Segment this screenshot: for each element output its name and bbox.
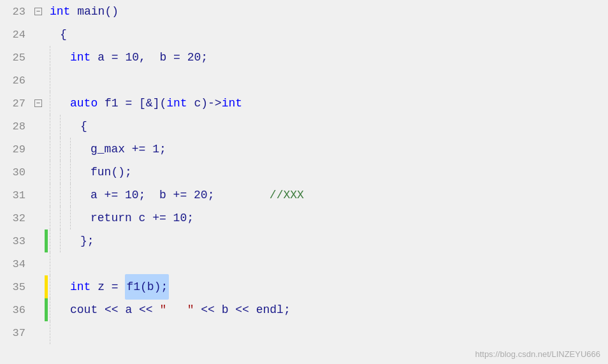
- indent-line: [50, 115, 60, 138]
- code-token: return c += 10;: [90, 207, 194, 229]
- code-line: 33};: [0, 229, 608, 252]
- line-number: 30: [0, 166, 32, 178]
- indent-line: [50, 161, 60, 184]
- code-token: (): [105, 0, 119, 23]
- line-number: 32: [0, 212, 32, 224]
- code-text: fun();: [50, 161, 608, 184]
- green-change-bar: [45, 298, 48, 321]
- code-token: int: [70, 46, 90, 69]
- change-indicator: [45, 229, 50, 252]
- change-indicator: [45, 275, 50, 298]
- indent-line: [60, 207, 70, 229]
- watermark: https://blog.csdn.net/LINZEYU666: [475, 349, 600, 359]
- code-token: g_max += 1;: [90, 138, 166, 161]
- code-line: 32return c += 10;: [0, 207, 608, 229]
- code-text: return c += 10;: [50, 207, 608, 229]
- code-token: {: [80, 115, 87, 138]
- indent-line: [60, 161, 70, 184]
- indent-line: [60, 138, 70, 161]
- code-text: [50, 69, 608, 92]
- code-token: ": [159, 298, 166, 321]
- indent-line: [50, 138, 60, 161]
- code-line: 25int a = 10, b = 20;: [0, 46, 608, 69]
- indent-line: [50, 298, 60, 321]
- code-line: 23−int main(): [0, 0, 608, 23]
- code-text: int z = f1(b);: [50, 274, 608, 300]
- code-token: ": [187, 298, 194, 321]
- indent-line: [50, 229, 60, 252]
- indent-line: [70, 207, 80, 229]
- code-text: a += 10; b += 20; //XXX: [50, 184, 608, 207]
- indent-line: [50, 207, 60, 229]
- fold-minus-icon[interactable]: −: [34, 8, 42, 15]
- yellow-change-bar: [45, 275, 48, 298]
- fold-gutter[interactable]: −: [32, 99, 45, 107]
- line-number: 23: [0, 6, 32, 18]
- code-token: auto: [70, 92, 98, 115]
- code-text: };: [50, 229, 608, 252]
- code-token: int: [166, 92, 187, 115]
- code-token: int: [222, 92, 242, 115]
- code-editor: 23−int main()24{25int a = 10, b = 20;262…: [0, 0, 608, 364]
- line-number: 26: [0, 75, 32, 87]
- line-number: 27: [0, 98, 32, 110]
- line-number: 24: [0, 29, 32, 41]
- code-token: z =: [90, 275, 125, 298]
- code-token: a += 10; b += 20;: [90, 184, 214, 207]
- code-token: f1 = [&](: [98, 92, 166, 115]
- line-number: 34: [0, 258, 32, 270]
- code-line: 36cout << a << " " << b << endl;: [0, 298, 608, 321]
- line-number: 36: [0, 304, 32, 316]
- line-number: 37: [0, 327, 32, 339]
- indent-line: [70, 161, 80, 184]
- code-token: c)->: [187, 92, 222, 115]
- code-token: };: [80, 229, 94, 252]
- line-number: 25: [0, 52, 32, 64]
- indent-line: [50, 321, 60, 344]
- code-line: 28{: [0, 115, 608, 138]
- line-number: 31: [0, 189, 32, 201]
- code-token: int: [50, 0, 70, 23]
- indent-line: [50, 252, 60, 275]
- code-text: {: [50, 23, 608, 46]
- indent-line: [50, 275, 60, 298]
- code-text: g_max += 1;: [50, 138, 608, 161]
- indent-line: [60, 229, 70, 252]
- code-token: fun();: [90, 161, 132, 184]
- indent-line: [50, 92, 60, 115]
- code-token: a = 10, b = 20;: [90, 46, 208, 69]
- code-token: [166, 298, 187, 321]
- code-text: cout << a << " " << b << endl;: [50, 298, 608, 321]
- code-text: {: [50, 115, 608, 138]
- line-number: 29: [0, 143, 32, 156]
- fold-gutter[interactable]: −: [32, 8, 45, 15]
- code-token: cout << a <<: [70, 298, 159, 321]
- code-token: int: [70, 275, 90, 298]
- indent-line: [50, 184, 60, 207]
- code-line: 34: [0, 252, 608, 275]
- code-token: << b << endl;: [194, 298, 290, 321]
- code-line: 31a += 10; b += 20; //XXX: [0, 184, 608, 207]
- code-line: 35int z = f1(b);: [0, 275, 608, 298]
- green-change-bar: [45, 229, 48, 252]
- highlighted-code: f1(b);: [125, 274, 169, 300]
- indent-line: [60, 184, 70, 207]
- code-text: auto f1 = [&](int c)->int: [50, 92, 608, 115]
- code-text: int main(): [50, 0, 608, 23]
- code-text: [50, 252, 608, 275]
- indent-line: [50, 69, 60, 92]
- code-line: 26: [0, 69, 608, 92]
- code-text: int a = 10, b = 20;: [50, 46, 608, 69]
- code-token: main: [70, 0, 105, 23]
- code-line: 30fun();: [0, 161, 608, 184]
- code-token: [214, 184, 269, 207]
- code-token: {: [60, 23, 67, 46]
- code-line: 27−auto f1 = [&](int c)->int: [0, 92, 608, 115]
- code-token: //XXX: [270, 184, 304, 207]
- code-line: 29g_max += 1;: [0, 138, 608, 161]
- line-number: 35: [0, 281, 32, 293]
- change-indicator: [45, 298, 50, 321]
- code-line: 24{: [0, 23, 608, 46]
- fold-minus-icon[interactable]: −: [34, 99, 42, 107]
- line-number: 33: [0, 235, 32, 247]
